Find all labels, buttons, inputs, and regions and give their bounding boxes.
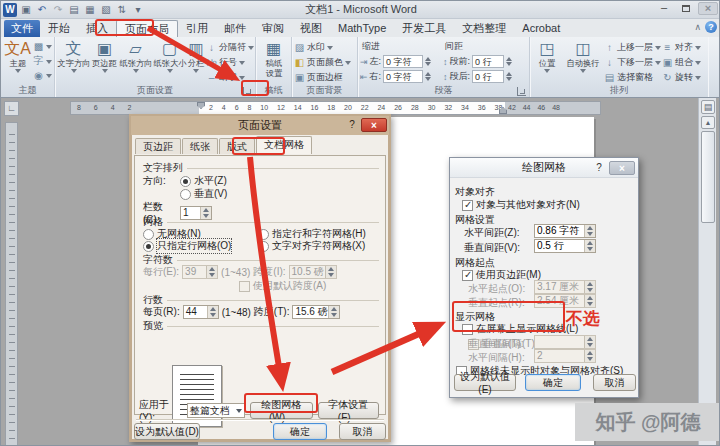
margins-button[interactable]: ▣页边距 [91, 38, 118, 73]
tab-stop-selector[interactable]: ∟ [4, 101, 19, 116]
page-setup-title-bar[interactable]: 页面设置 ? × [131, 116, 389, 135]
send-backward-button[interactable]: ↓下移一层 [604, 56, 661, 69]
group-objects-button[interactable]: ▣组合 [662, 56, 701, 69]
tab-view[interactable]: 视图 [292, 20, 330, 37]
redo-button[interactable]: ↷ [51, 3, 65, 17]
window-controls: – × [654, 2, 718, 15]
apply-to-select[interactable]: 整篇文档 [187, 403, 245, 418]
paragraph-dialog-launcher[interactable] [517, 87, 526, 96]
no-grid-radio[interactable] [143, 229, 154, 240]
help-button[interactable]: ? [345, 118, 359, 132]
page-borders-label: 页面边框 [307, 71, 343, 84]
collapse-ribbon-icon[interactable]: ∧ [694, 22, 701, 32]
text-direction-button[interactable]: 文文字方向 [57, 38, 90, 73]
group-objects-icon: ▣ [662, 57, 673, 68]
preview-heading: 预览 [143, 319, 379, 333]
tab-file[interactable]: 文件 [4, 20, 40, 37]
char-snap-radio[interactable] [258, 241, 269, 252]
vertical-scrollbar[interactable]: ▤ ▲ [698, 98, 716, 446]
tab-mathtype[interactable]: MathType [330, 20, 394, 37]
snap-to-objects-checkbox[interactable] [462, 200, 473, 211]
direction-label: 方向: [143, 174, 177, 188]
scrollbar-thumb[interactable] [701, 131, 715, 223]
bring-forward-button[interactable]: ↑上移一层 [604, 41, 661, 54]
close-button[interactable]: × [698, 2, 718, 15]
page-borders-button[interactable]: ▣页面边框 [294, 71, 351, 84]
indent-right-spinner[interactable] [425, 72, 431, 81]
rotate-button[interactable]: ↻旋转 [662, 71, 701, 84]
table-button[interactable]: ▦ [83, 3, 97, 17]
print-button[interactable]: ▤ [67, 3, 81, 17]
tab-developer[interactable]: 开发工具 [394, 20, 454, 37]
horizontal-spacing-spinner[interactable]: 0.86 字符 [534, 224, 596, 238]
paper-size-button[interactable]: ▢纸张大小 [153, 38, 186, 73]
spacing-after-spinner[interactable] [506, 72, 512, 81]
maximize-button[interactable] [676, 2, 696, 15]
theme-fonts-button[interactable]: 字 [33, 54, 52, 68]
theme-colors-button[interactable]: ▩ [33, 41, 52, 52]
horizontal-radio[interactable] [180, 176, 191, 187]
set-default-button[interactable]: 设为默认值(E) [454, 374, 516, 391]
lines-per-page-spinner[interactable]: 44 [183, 305, 219, 319]
position-button[interactable]: ◳位置 [532, 38, 562, 73]
line-grid-only-radio[interactable] [143, 241, 154, 252]
tab-home[interactable]: 开始 [40, 20, 78, 37]
position-label: 位置 [539, 58, 556, 67]
line-numbers-button[interactable]: №行号 [206, 56, 254, 69]
dropdown-arrow-icon [239, 61, 245, 65]
use-margins-checkbox[interactable] [462, 270, 473, 281]
paper-setup-button[interactable]: ▦稿纸设置 [258, 38, 289, 78]
tab-mailings[interactable]: 邮件 [216, 20, 254, 37]
vertical-radio[interactable] [180, 189, 191, 200]
tab-margins[interactable]: 页边距 [135, 138, 181, 154]
line-pitch-spinner[interactable]: 15.6 磅 [292, 305, 340, 319]
spacing-after-field[interactable]: 0 行 [472, 70, 504, 83]
selection-pane-button[interactable]: ▤选择窗格 [604, 71, 661, 84]
tab-doc-organize[interactable]: 文档整理 [454, 20, 514, 37]
close-icon[interactable]: × [609, 161, 635, 175]
cancel-button[interactable]: 取消 [339, 423, 386, 440]
line-char-grid-radio[interactable] [258, 229, 269, 240]
wrap-text-button[interactable]: ◫自动换行 [563, 38, 603, 73]
ok-button[interactable]: 确定 [525, 374, 581, 391]
spacing-before-spinner[interactable] [506, 57, 512, 66]
tab-acrobat[interactable]: Acrobat [514, 20, 568, 37]
line-numbers-icon: № [206, 57, 217, 68]
spacing-before-field[interactable]: 0 行 [472, 55, 504, 68]
spacing-before-label: 段前: [450, 55, 471, 68]
indent-column: 缩进 ⇥左:0 字符 ⇤右:0 字符 [360, 38, 442, 83]
tab-paper[interactable]: 纸张 [182, 138, 218, 154]
qat-customize-button[interactable]: ▾ [131, 3, 145, 17]
vertical-ruler [5, 122, 18, 446]
indent-right-field[interactable]: 0 字符 [383, 70, 423, 83]
sort-button[interactable]: ⇅ [115, 3, 129, 17]
help-icon[interactable]: ? [705, 21, 717, 33]
ok-button[interactable]: 确定 [273, 423, 327, 440]
tab-references[interactable]: 引用 [178, 20, 216, 37]
undo-button[interactable]: ↶ [35, 3, 49, 17]
font-settings-button[interactable]: 字体设置(F)... [318, 402, 379, 419]
picture-button[interactable]: ▧ [99, 3, 113, 17]
orientation-button[interactable]: ▱纸张方向 [119, 38, 152, 73]
save-button[interactable]: ▣ [19, 3, 33, 17]
ruler-toggle-button[interactable]: ▤ [701, 100, 715, 114]
drawing-grid-title-bar[interactable]: 绘图网格 ? × [450, 158, 638, 178]
vertical-spacing-spinner[interactable]: 0.5 行 [534, 239, 596, 253]
indent-left-spinner[interactable] [425, 57, 431, 66]
breaks-button[interactable]: ↓分隔符 [206, 41, 254, 54]
page-color-button[interactable]: ◧页面颜色 [294, 56, 351, 69]
align-button[interactable]: ≡对齐 [662, 41, 701, 54]
themes-button[interactable]: 文A 主题 [3, 38, 32, 73]
scroll-up-button[interactable]: ▲ [701, 116, 715, 129]
minimize-button[interactable]: – [654, 2, 674, 15]
indent-left-field[interactable]: 0 字符 [383, 55, 423, 68]
theme-effects-button[interactable]: ◉ [33, 70, 52, 81]
set-default-button[interactable]: 设为默认值(D) [134, 423, 200, 440]
watermark-button[interactable]: ▨水印 [294, 41, 351, 54]
help-button[interactable]: ? [592, 161, 606, 175]
cancel-button[interactable]: 取消 [593, 374, 636, 391]
columns-button[interactable]: ▥分栏 [187, 38, 205, 73]
paper-size-label: 纸张大小 [153, 58, 186, 67]
tab-review[interactable]: 审阅 [254, 20, 292, 37]
close-icon[interactable]: × [361, 118, 387, 132]
